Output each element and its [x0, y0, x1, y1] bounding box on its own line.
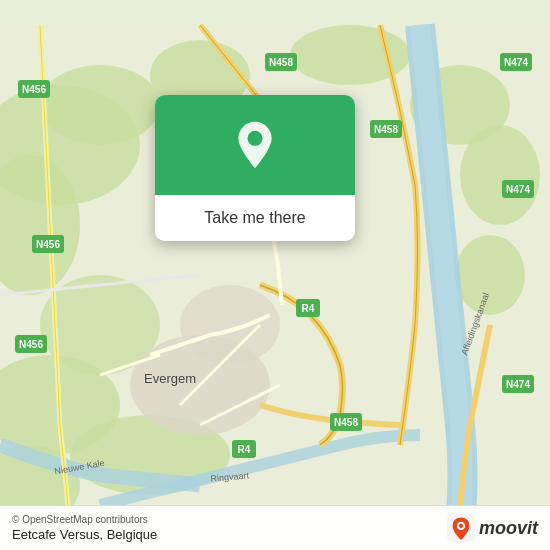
svg-point-7: [460, 125, 540, 225]
svg-point-8: [455, 235, 525, 315]
location-name: Eetcafe Versus, Belgique: [12, 527, 157, 542]
map-container: N456 N456 N456 N458 N458 N458 N474 N474 …: [0, 0, 550, 550]
moovit-icon: [447, 514, 475, 542]
svg-text:N474: N474: [504, 57, 528, 68]
svg-point-3: [40, 65, 160, 145]
take-me-there-button[interactable]: Take me there: [155, 195, 355, 241]
svg-text:N456: N456: [22, 84, 46, 95]
moovit-text: moovit: [479, 518, 538, 539]
svg-text:N456: N456: [19, 339, 43, 350]
svg-point-44: [459, 524, 463, 528]
location-pin-icon: [230, 120, 280, 170]
popup-card: Take me there: [155, 95, 355, 241]
moovit-logo: moovit: [447, 514, 538, 542]
popup-header: [155, 95, 355, 195]
svg-text:N458: N458: [374, 124, 398, 135]
svg-text:N456: N456: [36, 239, 60, 250]
bottom-left: © OpenStreetMap contributors Eetcafe Ver…: [12, 514, 157, 542]
svg-text:Evergem: Evergem: [144, 371, 196, 386]
svg-text:N458: N458: [269, 57, 293, 68]
attribution-text: © OpenStreetMap contributors: [12, 514, 157, 525]
bottom-bar: © OpenStreetMap contributors Eetcafe Ver…: [0, 505, 550, 550]
svg-text:R4: R4: [238, 444, 251, 455]
svg-point-41: [248, 131, 263, 146]
svg-text:N458: N458: [334, 417, 358, 428]
svg-text:R4: R4: [302, 303, 315, 314]
svg-text:N474: N474: [506, 184, 530, 195]
svg-text:N474: N474: [506, 379, 530, 390]
